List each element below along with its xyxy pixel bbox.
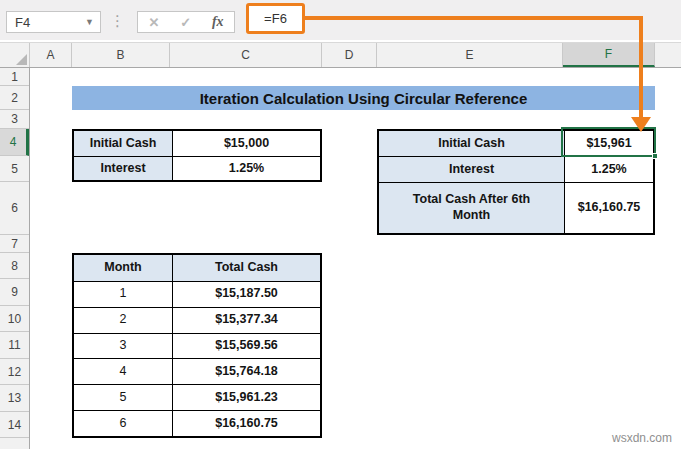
row-header-3[interactable]: 3 [0, 110, 29, 129]
name-box[interactable]: F4 ▼ [6, 11, 101, 33]
row-header-6[interactable]: 6 [0, 182, 29, 235]
row-headers: 1234567891011121314 [0, 68, 30, 449]
formula-toolbar: F4 ▼ ⋮ ✕ ✓ fx =F6 [0, 0, 681, 40]
initial-cash-table: Initial Cash $15,000 Interest 1.25% [72, 129, 322, 182]
formula-highlight-box: =F6 [246, 3, 305, 34]
formula-bar-buttons: ✕ ✓ fx [137, 11, 235, 33]
month-column-header[interactable]: Month [74, 255, 172, 281]
column-headers: A B C D E F [0, 42, 681, 68]
insert-function-icon[interactable]: fx [212, 14, 224, 30]
total-cash-4-cell[interactable]: $15,764.18 [172, 358, 320, 384]
row-header-7[interactable]: 7 [0, 235, 29, 253]
column-header-filler [655, 43, 681, 67]
name-box-value: F4 [15, 15, 85, 30]
iteration-result-table: Initial Cash $15,961 Interest 1.25% Tota… [377, 129, 655, 235]
month-total-cash-table: Month Total Cash 1 $15,187.50 2 $15,377.… [72, 253, 322, 438]
sheet-title: Iteration Calculation Using Circular Ref… [200, 90, 528, 107]
month-6-cell[interactable]: 6 [74, 410, 172, 436]
interest-value[interactable]: 1.25% [172, 156, 320, 180]
row-header-5[interactable]: 5 [0, 156, 29, 182]
total-cash-5-cell[interactable]: $15,961.23 [172, 384, 320, 410]
initial-cash-value[interactable]: $15,000 [172, 131, 320, 156]
iter-interest-value[interactable]: 1.25% [564, 156, 653, 182]
iter-interest-label[interactable]: Interest [379, 156, 564, 182]
column-header-e[interactable]: E [377, 43, 563, 67]
cancel-icon[interactable]: ✕ [148, 15, 159, 30]
annotation-arrow-head-icon [631, 117, 651, 132]
total-cash-2-cell[interactable]: $15,377.34 [172, 307, 320, 333]
row-header-13[interactable]: 13 [0, 385, 29, 412]
total-cash-3-cell[interactable]: $15,569.56 [172, 333, 320, 359]
initial-cash-label[interactable]: Initial Cash [74, 131, 172, 156]
name-box-dropdown-icon[interactable]: ▼ [85, 17, 94, 27]
column-header-a[interactable]: A [30, 43, 72, 67]
enter-icon[interactable]: ✓ [180, 15, 191, 30]
title-banner-cell[interactable]: Iteration Calculation Using Circular Ref… [72, 86, 655, 110]
formula-input[interactable]: =F6 [264, 11, 287, 26]
iter-initial-cash-value-f4[interactable]: $15,961 [564, 131, 653, 156]
toolbar-separator-dots-icon: ⋮ [110, 9, 122, 33]
row-header-1[interactable]: 1 [0, 68, 29, 86]
watermark: wsxdn.com [612, 431, 672, 445]
month-4-cell[interactable]: 4 [74, 358, 172, 384]
iter-initial-cash-label[interactable]: Initial Cash [379, 131, 564, 156]
row-header-11[interactable]: 11 [0, 332, 29, 359]
column-header-b[interactable]: B [72, 43, 170, 67]
month-5-cell[interactable]: 5 [74, 384, 172, 410]
row-header-12[interactable]: 12 [0, 359, 29, 385]
row-header-4[interactable]: 4 [0, 129, 29, 156]
month-2-cell[interactable]: 2 [74, 307, 172, 333]
interest-label[interactable]: Interest [74, 156, 172, 180]
row-header-10[interactable]: 10 [0, 306, 29, 332]
column-header-d[interactable]: D [322, 43, 377, 67]
total-cash-1-cell[interactable]: $15,187.50 [172, 281, 320, 307]
fill-handle[interactable] [652, 153, 658, 159]
row-header-14[interactable]: 14 [0, 412, 29, 438]
annotation-arrow-line-horizontal [305, 16, 643, 20]
excel-window: F4 ▼ ⋮ ✕ ✓ fx =F6 A B C D E F 1234567891… [0, 0, 681, 449]
row-header-2[interactable]: 2 [0, 86, 29, 110]
select-all-triangle-icon [16, 54, 27, 65]
total-cash-after-6th-month-label[interactable]: Total Cash After 6th Month [379, 182, 564, 233]
column-header-c[interactable]: C [170, 43, 322, 67]
month-3-cell[interactable]: 3 [74, 333, 172, 359]
row-header-partial [0, 438, 29, 449]
row-header-8[interactable]: 8 [0, 253, 29, 279]
total-cash-column-header[interactable]: Total Cash [172, 255, 320, 281]
total-cash-after-6th-month-value[interactable]: $16,160.75 [564, 182, 653, 233]
select-all-corner[interactable] [0, 43, 30, 67]
month-1-cell[interactable]: 1 [74, 281, 172, 307]
row-header-9[interactable]: 9 [0, 279, 29, 306]
total-cash-6-cell[interactable]: $16,160.75 [172, 410, 320, 436]
annotation-arrow-line-vertical [639, 16, 643, 117]
